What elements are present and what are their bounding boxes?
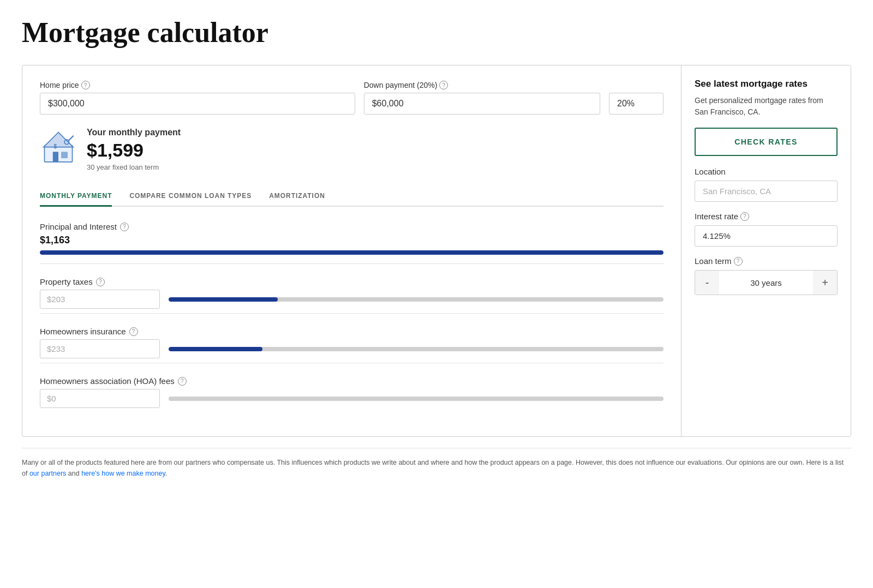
down-payment-group: Down payment (20%) ?: [364, 81, 600, 115]
sidebar-description: Get personalized mortgage rates from San…: [695, 95, 838, 118]
svg-rect-3: [61, 152, 68, 158]
homeowners-insurance-item: Homeowners insurance ?: [40, 327, 663, 363]
homeowners-insurance-input-row: [40, 339, 663, 358]
location-input[interactable]: [695, 181, 838, 202]
hoa-fees-help-icon[interactable]: ?: [178, 377, 187, 386]
property-taxes-bar: [169, 297, 663, 302]
loan-term-label: Loan term ?: [695, 256, 838, 266]
calculator-sidebar: See latest mortgage rates Get personaliz…: [681, 65, 851, 436]
calculator-card: Home price ? Down payment (20%) ? %: [22, 65, 851, 437]
sidebar-title: See latest mortgage rates: [695, 79, 838, 89]
property-taxes-bar-fill: [169, 297, 278, 302]
calculator-main: Home price ? Down payment (20%) ? %: [22, 65, 681, 436]
input-row: Home price ? Down payment (20%) ? %: [40, 81, 663, 115]
principal-interest-bar-fill: [40, 250, 663, 255]
principal-interest-header: Principal and Interest ?: [40, 222, 663, 231]
interest-rate-input[interactable]: [695, 225, 838, 247]
down-payment-input[interactable]: [364, 93, 600, 115]
property-taxes-input-row: [40, 290, 663, 309]
divider: [40, 313, 663, 314]
house-icon: $: [40, 128, 77, 165]
check-rates-button[interactable]: CHECK RATES: [695, 128, 838, 156]
tabs: MONTHLY PAYMENT COMPARE COMMON LOAN TYPE…: [40, 187, 663, 207]
loan-term-plus-button[interactable]: +: [813, 271, 837, 295]
home-price-group: Home price ?: [40, 81, 355, 115]
loan-term-row: - 30 years +: [695, 270, 838, 295]
tab-compare-loan-types[interactable]: COMPARE COMMON LOAN TYPES: [129, 187, 252, 207]
hoa-fees-item: Homeowners association (HOA) fees ?: [40, 376, 663, 408]
home-price-help-icon[interactable]: ?: [81, 81, 90, 89]
down-payment-pct-input[interactable]: [609, 93, 663, 115]
property-taxes-header: Property taxes ?: [40, 277, 663, 286]
disclaimer-text3: .: [165, 470, 167, 477]
page-title: Mortgage calculator: [22, 16, 851, 49]
divider: [40, 363, 663, 363]
hoa-fees-input-row: [40, 389, 663, 408]
payment-label: Your monthly payment: [87, 128, 181, 137]
loan-term-help-icon[interactable]: ?: [734, 257, 743, 266]
payment-term: 30 year fixed loan term: [87, 163, 181, 171]
homeowners-insurance-input[interactable]: [40, 339, 160, 358]
home-price-input[interactable]: [40, 93, 355, 115]
homeowners-insurance-bar: [169, 347, 663, 351]
interest-rate-label: Interest rate ?: [695, 212, 838, 221]
divider: [40, 263, 663, 264]
tab-monthly-payment[interactable]: MONTHLY PAYMENT: [40, 187, 112, 207]
down-payment-pct-group: %: [609, 81, 663, 115]
monthly-payment-section: $ Your monthly payment $1,599 30 year fi…: [40, 128, 663, 171]
svg-line-5: [69, 136, 74, 140]
homeowners-insurance-header: Homeowners insurance ?: [40, 327, 663, 336]
property-taxes-item: Property taxes ?: [40, 277, 663, 314]
payment-amount: $1,599: [87, 140, 181, 161]
tab-amortization[interactable]: AMORTIZATION: [269, 187, 325, 207]
interest-rate-help-icon[interactable]: ?: [740, 212, 749, 221]
location-label: Location: [695, 167, 838, 176]
hoa-fees-header: Homeowners association (HOA) fees ?: [40, 376, 663, 386]
our-partners-link[interactable]: our partners: [29, 470, 66, 477]
disclaimer: Many or all of the products featured her…: [22, 448, 851, 479]
down-payment-label: Down payment (20%) ?: [364, 81, 600, 89]
loan-term-minus-button[interactable]: -: [695, 271, 719, 295]
hoa-fees-bar: [169, 397, 663, 401]
home-price-label: Home price ?: [40, 81, 355, 89]
principal-interest-help-icon[interactable]: ?: [120, 223, 129, 231]
principal-interest-value: $1,163: [40, 235, 663, 246]
svg-text:$: $: [54, 143, 57, 149]
down-payment-help-icon[interactable]: ?: [439, 81, 448, 89]
principal-interest-bar: [40, 250, 663, 255]
homeowners-insurance-help-icon[interactable]: ?: [129, 327, 138, 336]
breakdown-section: Principal and Interest ? $1,163 Property…: [40, 222, 663, 408]
property-taxes-input[interactable]: [40, 290, 160, 309]
disclaimer-text2: and: [66, 470, 81, 477]
property-taxes-help-icon[interactable]: ?: [96, 278, 105, 286]
homeowners-insurance-bar-fill: [169, 347, 262, 351]
payment-info: Your monthly payment $1,599 30 year fixe…: [87, 128, 181, 171]
how-we-make-money-link[interactable]: here's how we make money: [81, 470, 165, 477]
svg-rect-2: [53, 152, 58, 162]
principal-interest-item: Principal and Interest ? $1,163: [40, 222, 663, 264]
loan-term-value: 30 years: [719, 273, 813, 293]
hoa-fees-input[interactable]: [40, 389, 160, 408]
